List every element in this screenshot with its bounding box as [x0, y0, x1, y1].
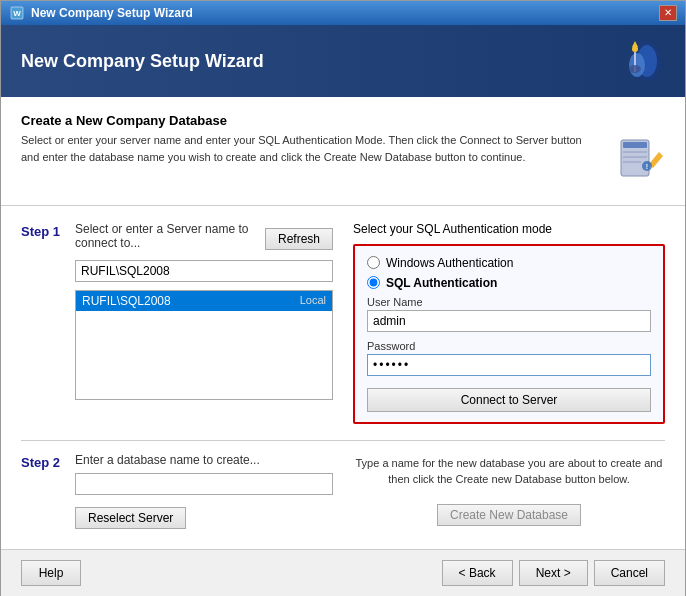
step1-desc: Select or enter a Server name to connect…: [75, 222, 257, 250]
footer-right: < Back Next > Cancel: [442, 560, 665, 586]
divider: [21, 440, 665, 441]
server-list-item[interactable]: RUFIL\SQL2008 Local: [76, 291, 332, 311]
windows-auth-radio[interactable]: [367, 256, 380, 269]
svg-text:!: !: [646, 163, 648, 170]
sql-auth-radio[interactable]: [367, 276, 380, 289]
footer-left: Help: [21, 560, 81, 586]
step2-row: Step 2 Enter a database name to create..…: [21, 453, 665, 529]
section-desc-text: Select or enter your server name and ent…: [21, 132, 613, 165]
step1-left-section: Step 1 Select or enter a Server name to …: [21, 222, 333, 424]
svg-point-8: [629, 65, 641, 73]
cancel-button[interactable]: Cancel: [594, 560, 665, 586]
footer: Help < Back Next > Cancel: [1, 549, 685, 596]
auth-title: Select your SQL Authentication mode: [353, 222, 665, 236]
section-title: Create a New Company Database: [21, 113, 665, 128]
svg-point-4: [629, 53, 645, 77]
svg-rect-10: [623, 142, 647, 148]
server-list-container: RUFIL\SQL2008 Local: [75, 290, 333, 400]
password-label: Password: [367, 340, 651, 352]
reselect-server-button[interactable]: Reselect Server: [75, 507, 186, 529]
title-bar-text: New Company Setup Wizard: [31, 6, 193, 20]
section-desc: Select or enter your server name and ent…: [21, 132, 665, 189]
step1-top: Select or enter a Server name to connect…: [75, 222, 333, 256]
step2-label: Step 2: [21, 453, 67, 529]
main-content: Step 1 Select or enter a Server name to …: [1, 206, 685, 549]
connect-button[interactable]: Connect to Server: [367, 388, 651, 412]
svg-point-6: [632, 46, 638, 52]
step2-right: Type a name for the new database you are…: [353, 453, 665, 526]
close-button[interactable]: ✕: [659, 5, 677, 21]
wizard-icon: [617, 37, 665, 85]
header-icon: [617, 37, 665, 85]
password-input[interactable]: [367, 354, 651, 376]
step1-left: Select or enter a Server name to connect…: [75, 222, 333, 424]
refresh-button[interactable]: Refresh: [265, 228, 333, 250]
window-icon: W: [9, 5, 25, 21]
server-name: RUFIL\SQL2008: [82, 294, 171, 308]
header-banner: New Company Setup Wizard: [1, 25, 685, 97]
windows-auth-label[interactable]: Windows Authentication: [386, 256, 513, 270]
database-name-input[interactable]: [75, 473, 333, 495]
password-group: Password: [367, 340, 651, 376]
title-bar: W New Company Setup Wizard ✕: [1, 1, 685, 25]
username-input[interactable]: [367, 310, 651, 332]
header-title: New Company Setup Wizard: [21, 51, 264, 72]
server-tag: Local: [300, 294, 326, 308]
back-button[interactable]: < Back: [442, 560, 513, 586]
create-database-button[interactable]: Create New Database: [437, 504, 581, 526]
step2-desc: Enter a database name to create...: [75, 453, 333, 467]
sql-auth-label[interactable]: SQL Authentication: [386, 276, 497, 290]
server-name-input[interactable]: [75, 260, 333, 282]
server-list[interactable]: RUFIL\SQL2008 Local: [75, 290, 333, 400]
description-icon: !: [613, 132, 665, 184]
title-bar-left: W New Company Setup Wizard: [9, 5, 193, 21]
windows-auth-row[interactable]: Windows Authentication: [367, 256, 651, 270]
auth-panel: Windows Authentication SQL Authenticatio…: [353, 244, 665, 424]
help-button[interactable]: Help: [21, 560, 81, 586]
sql-auth-row[interactable]: SQL Authentication: [367, 276, 651, 290]
wizard-graphic: !: [613, 132, 665, 189]
description-section: Create a New Company Database Select or …: [1, 97, 685, 206]
step2-left: Enter a database name to create... Resel…: [75, 453, 333, 529]
title-bar-controls: ✕: [659, 5, 677, 21]
username-label: User Name: [367, 296, 651, 308]
username-group: User Name: [367, 296, 651, 332]
svg-text:W: W: [13, 9, 21, 18]
main-window: W New Company Setup Wizard ✕ New Company…: [0, 0, 686, 596]
step1-right: Select your SQL Authentication mode Wind…: [353, 222, 665, 424]
next-button[interactable]: Next >: [519, 560, 588, 586]
step2-hint: Type a name for the new database you are…: [353, 455, 665, 488]
step1-row: Step 1 Select or enter a Server name to …: [21, 222, 665, 424]
step2-left-section: Step 2 Enter a database name to create..…: [21, 453, 333, 529]
step1-label: Step 1: [21, 222, 67, 424]
